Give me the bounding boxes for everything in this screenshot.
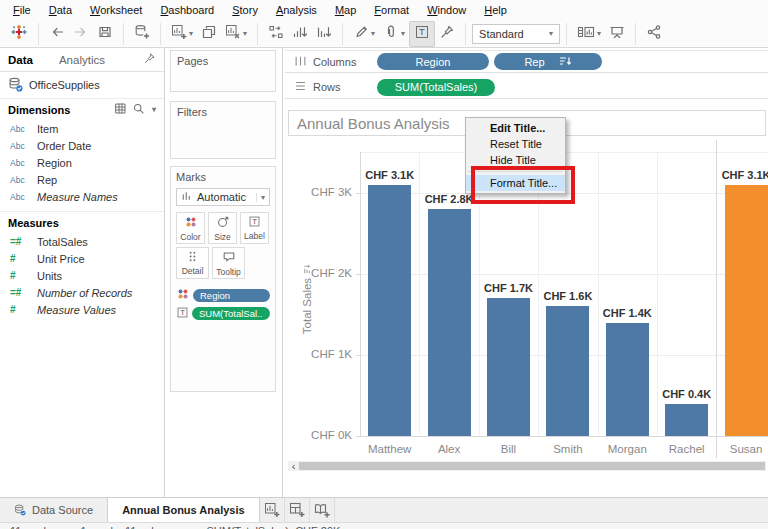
bar-value-label: CHF 3.1K [709,169,768,181]
x-tick-label[interactable]: Bill [479,443,538,455]
new-worksheet-button[interactable] [260,498,285,522]
color-button[interactable]: Color [176,212,205,244]
x-tick-label[interactable]: Rachel [657,443,716,455]
detail-button[interactable]: Detail [176,247,209,279]
menu-story[interactable]: Story [223,0,267,20]
menu-data[interactable]: Data [40,0,81,20]
chevron-down-icon: ▾ [401,29,405,38]
size-button[interactable]: Size [208,212,237,244]
pin-icon[interactable] [143,51,156,69]
menu-item-reset-title[interactable]: Reset Title [466,136,565,152]
rows-shelf[interactable]: Rows SUM(TotalSales) [285,76,768,99]
menu-help[interactable]: Help [475,0,516,20]
bar-morgan[interactable] [606,323,649,436]
show-mark-labels-button[interactable]: T [409,21,435,47]
axis-sort-icon[interactable] [303,264,312,274]
add-datasource-button[interactable] [130,22,154,46]
group-button[interactable]: ▾ [379,22,409,46]
swap-axes-button[interactable] [264,22,288,46]
fix-axes-button[interactable] [435,22,459,46]
field-measure-values[interactable]: #Measure Values [0,301,164,318]
menu-window[interactable]: Window [418,0,475,20]
new-dashboard-button[interactable] [285,498,310,522]
pill-sum-totalsales-[interactable]: SUM(TotalSales) [377,79,495,96]
field-number-of-records[interactable]: =#Number of Records [0,284,164,301]
bar-rachel[interactable] [665,404,708,436]
bar-bill[interactable] [487,298,530,436]
save-button[interactable] [93,22,117,46]
number-measure-icon: # [10,304,30,315]
x-tick-label[interactable]: Matthew [360,443,419,455]
x-tick-label[interactable]: Smith [538,443,597,455]
mark-type-dropdown[interactable]: Automatic ▾ [176,188,270,206]
menu-file[interactable]: File [4,0,40,20]
sort-descending-button[interactable] [312,22,336,46]
fit-icon [577,24,595,44]
bar-value-label: CHF 1.4K [590,307,664,319]
field-rep[interactable]: AbcRep [0,171,164,188]
search-icon[interactable] [132,102,145,117]
menu-format[interactable]: Format [365,0,418,20]
label-button[interactable]: TLabel [240,212,269,244]
new-story-button[interactable] [310,498,335,522]
clear-sheet-button[interactable]: ▾ [221,22,251,46]
bar-alex[interactable] [428,209,471,436]
forward-arrow-icon [73,24,89,44]
tab-data-source[interactable]: Data Source [0,498,107,522]
menu-worksheet[interactable]: Worksheet [81,0,151,20]
field-item[interactable]: AbcItem [0,120,164,137]
filters-shelf[interactable]: Filters [170,101,276,159]
x-tick-label[interactable]: Susan [716,443,768,455]
duplicate-button[interactable] [197,22,221,46]
grid-view-icon[interactable] [114,102,127,117]
pill-rep[interactable]: Rep [494,53,602,70]
columns-shelf[interactable]: Columns RegionRep [285,50,768,73]
field-unit-price[interactable]: #Unit Price [0,250,164,267]
horizontal-scrollbar[interactable]: ‹ [288,461,766,471]
highlight-button[interactable]: ▾ [349,22,379,46]
datasource-row[interactable]: OfficeSupplies [0,72,164,98]
color-dots-icon [184,215,198,231]
chevron-down-icon[interactable]: ▾ [152,105,156,114]
forward-arrow-button[interactable] [69,22,93,46]
bar-susan[interactable] [725,185,768,436]
menu-item-edit-title[interactable]: Edit Title... [466,120,565,136]
scroll-left-icon[interactable]: ‹ [288,461,299,471]
field-totalsales[interactable]: =#TotalSales [0,233,164,250]
new-worksheet-button[interactable]: ▾ [167,22,197,46]
view-size-dropdown[interactable]: Standard▾ [472,24,560,44]
chevron-down-icon: ▾ [549,29,553,38]
menu-dashboard[interactable]: Dashboard [151,0,223,20]
tab-analytics[interactable]: Analytics [59,54,105,66]
duplicate-icon [201,24,217,44]
menu-analysis[interactable]: Analysis [267,0,326,20]
share-button[interactable] [642,22,666,46]
menu-bar: FileDataWorksheetDashboardStoryAnalysisM… [0,0,768,20]
bar-matthew[interactable] [368,185,411,436]
bar-smith[interactable] [546,306,589,436]
marks-pill[interactable]: Region [193,289,270,302]
tooltip-button[interactable]: Tooltip [212,247,245,279]
marks-pill[interactable]: SUM(TotalSal.. [192,307,270,320]
menu-map[interactable]: Map [326,0,365,20]
svg-text:T: T [419,26,425,37]
x-tick-label[interactable]: Morgan [598,443,657,455]
presentation-button[interactable] [605,22,629,46]
bar-value-label: CHF 1.6K [531,290,605,302]
pages-shelf[interactable]: Pages [170,50,276,92]
scrollbar-thumb[interactable] [299,462,765,470]
back-arrow-button[interactable] [45,22,69,46]
abc-string-icon: Abc [10,175,30,185]
sort-ascending-button[interactable] [288,22,312,46]
field-region[interactable]: AbcRegion [0,154,164,171]
tab-data[interactable]: Data [8,54,33,66]
x-tick-label[interactable]: Alex [419,443,478,455]
field-measure-names[interactable]: AbcMeasure Names [0,188,164,205]
field-units[interactable]: #Units [0,267,164,284]
tableau-logo-button [6,21,32,47]
fit-button[interactable]: ▾ [573,22,605,46]
field-order-date[interactable]: AbcOrder Date [0,137,164,154]
tab-sheet[interactable]: Annual Bonus Analysis [107,498,259,522]
sort-descending-icon[interactable] [559,56,572,67]
pill-region[interactable]: Region [377,53,489,70]
